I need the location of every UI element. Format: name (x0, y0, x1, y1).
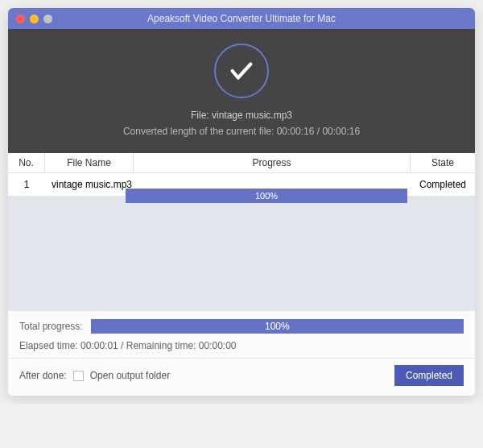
row-progress-text: 100% (255, 191, 278, 201)
row-filename: vintage music.mp3 (45, 175, 134, 194)
row-state: Completed (411, 175, 475, 194)
app-window: Apeaksoft Video Converter Ultimate for M… (8, 8, 475, 396)
maximize-icon[interactable] (43, 15, 52, 23)
col-header-no: No. (8, 153, 45, 172)
after-done-row: After done: Open output folder Completed (19, 365, 464, 386)
window-title: Apeaksoft Video Converter Ultimate for M… (8, 13, 475, 24)
success-check-icon (214, 44, 269, 98)
col-header-progress: Progress (134, 153, 411, 172)
after-done-label: After done: (19, 370, 67, 381)
completed-button[interactable]: Completed (394, 365, 464, 386)
status-panel: File: vintage music.mp3 Converted length… (8, 29, 475, 153)
table-body: 1 vintage music.mp3 100% Completed (8, 173, 475, 310)
total-progress-text: 100% (265, 321, 290, 332)
open-folder-label: Open output folder (90, 370, 170, 381)
row-number: 1 (8, 175, 45, 194)
time-info: Elapsed time: 00:00:01 / Remaining time:… (19, 340, 464, 351)
divider (8, 358, 475, 359)
total-progress-bar: 100% (91, 319, 464, 334)
col-header-state: State (411, 153, 475, 172)
total-progress-row: Total progress: 100% (19, 319, 464, 334)
current-file-label: File: vintage music.mp3 (8, 110, 475, 121)
converted-length-label: Converted length of the current file: 00… (8, 126, 475, 137)
titlebar: Apeaksoft Video Converter Ultimate for M… (8, 8, 475, 29)
table-header: No. File Name Progress State (8, 153, 475, 173)
footer: Total progress: 100% Elapsed time: 00:00… (8, 310, 475, 396)
row-progress-bar: 100% (126, 189, 407, 203)
minimize-icon[interactable] (30, 15, 39, 23)
table-row[interactable]: 1 vintage music.mp3 100% Completed (8, 173, 475, 196)
col-header-name: File Name (45, 153, 134, 172)
open-folder-checkbox[interactable] (73, 371, 84, 381)
after-done-left: After done: Open output folder (19, 370, 170, 381)
close-icon[interactable] (16, 15, 25, 23)
total-progress-label: Total progress: (19, 321, 83, 332)
window-controls (16, 15, 52, 23)
